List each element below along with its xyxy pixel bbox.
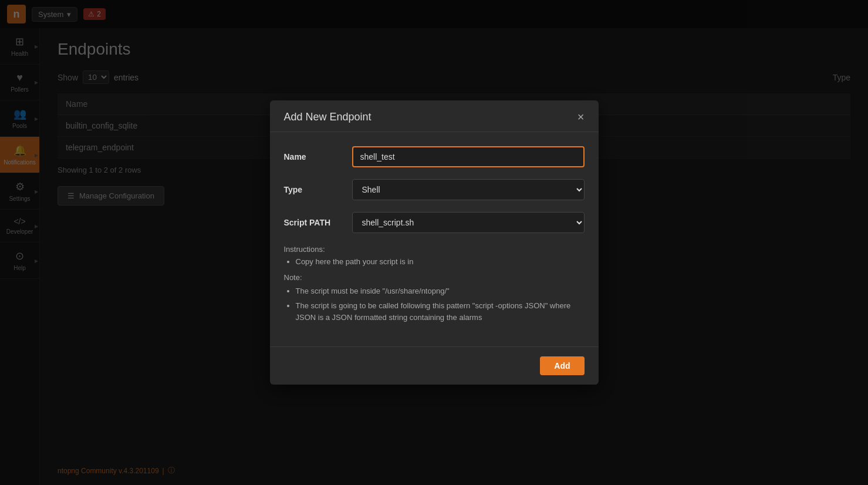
instructions-list: Copy here the path your script is in bbox=[284, 257, 585, 266]
script-path-row: Script PATH shell_script.sh bbox=[284, 212, 585, 233]
name-row: Name bbox=[284, 146, 585, 167]
note-section: Note: The script must be inside "/usr/sh… bbox=[284, 273, 585, 324]
note-title: Note: bbox=[284, 273, 585, 282]
modal-body: Name Type Shell Email Telegram Slack Scr… bbox=[270, 132, 599, 347]
instructions-section: Instructions: Copy here the path your sc… bbox=[284, 245, 585, 266]
type-select[interactable]: Shell Email Telegram Slack bbox=[352, 179, 585, 200]
modal-title: Add New Endpoint bbox=[284, 111, 371, 123]
name-input[interactable] bbox=[352, 146, 585, 167]
instruction-item: Copy here the path your script is in bbox=[296, 257, 585, 266]
script-path-select[interactable]: shell_script.sh bbox=[352, 212, 585, 233]
add-button[interactable]: Add bbox=[540, 356, 584, 375]
type-label: Type bbox=[284, 185, 343, 194]
name-label: Name bbox=[284, 152, 343, 161]
add-endpoint-modal: Add New Endpoint × Name Type Shell Email… bbox=[270, 100, 599, 385]
modal-close-button[interactable]: × bbox=[577, 111, 585, 123]
modal-header: Add New Endpoint × bbox=[270, 100, 599, 132]
note-list: The script must be inside "/usr/share/nt… bbox=[284, 285, 585, 324]
type-row: Type Shell Email Telegram Slack bbox=[284, 179, 585, 200]
script-path-label: Script PATH bbox=[284, 218, 343, 227]
modal-footer: Add bbox=[270, 346, 599, 385]
instructions-title: Instructions: bbox=[284, 245, 585, 254]
note-item: The script is going to be called followi… bbox=[296, 300, 585, 323]
modal-overlay: Add New Endpoint × Name Type Shell Email… bbox=[0, 0, 868, 485]
note-item: The script must be inside "/usr/share/nt… bbox=[296, 285, 585, 297]
